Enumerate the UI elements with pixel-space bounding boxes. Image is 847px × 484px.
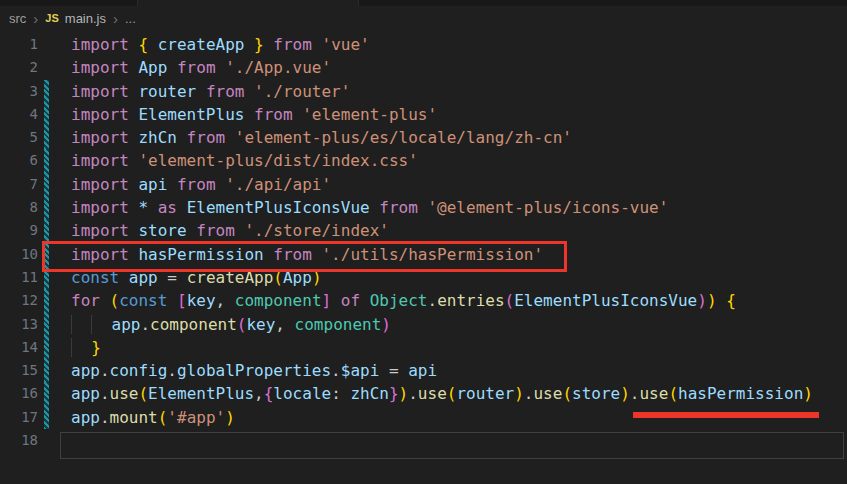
- gutter: [38, 359, 71, 382]
- code-text: import ElementPlus from 'element-plus': [71, 103, 437, 126]
- modified-lines-indicator[interactable]: [44, 382, 49, 405]
- gutter: [38, 406, 71, 429]
- gutter: [38, 243, 71, 266]
- code-text: import router from './router': [71, 80, 350, 103]
- code-area: 1import { createApp } from 'vue'2import …: [0, 33, 847, 452]
- code-line[interactable]: 6import 'element-plus/dist/index.css': [0, 149, 847, 172]
- code-text: for (const [key, component] of Object.en…: [71, 289, 736, 312]
- line-number[interactable]: 12: [0, 289, 38, 312]
- code-line[interactable]: 8import * as ElementPlusIconsVue from '@…: [0, 196, 847, 219]
- code-line[interactable]: 15app.config.globalProperties.$api = api: [0, 359, 847, 382]
- gutter: [38, 103, 71, 126]
- code-text: }: [71, 336, 101, 359]
- code-text: import hasPermission from './utils/hasPe…: [71, 243, 543, 266]
- code-line[interactable]: 2import App from './App.vue': [0, 56, 847, 79]
- gutter: [38, 196, 71, 219]
- line-number[interactable]: 1: [0, 33, 38, 56]
- modified-lines-indicator[interactable]: [44, 80, 49, 103]
- modified-lines-indicator[interactable]: [44, 406, 49, 429]
- chevron-right-icon: ›: [113, 11, 118, 26]
- code-editor[interactable]: 1import { createApp } from 'vue'2import …: [0, 30, 847, 452]
- code-line[interactable]: 3import router from './router': [0, 80, 847, 103]
- code-line[interactable]: 1import { createApp } from 'vue': [0, 33, 847, 56]
- line-number[interactable]: 4: [0, 103, 38, 126]
- code-line[interactable]: 11const app = createApp(App): [0, 266, 847, 289]
- line-number[interactable]: 3: [0, 80, 38, 103]
- line-number[interactable]: 13: [0, 313, 38, 336]
- line-number[interactable]: 16: [0, 382, 38, 405]
- modified-lines-indicator[interactable]: [44, 266, 49, 289]
- code-line[interactable]: 16app.use(ElementPlus,{locale: zhCn}).us…: [0, 382, 847, 405]
- breadcrumb: src › JS main.js › ...: [0, 6, 847, 30]
- gutter: [38, 126, 71, 149]
- gutter: [38, 149, 71, 172]
- modified-lines-indicator[interactable]: [44, 289, 49, 312]
- line-number[interactable]: 5: [0, 126, 38, 149]
- modified-lines-indicator[interactable]: [44, 336, 49, 359]
- modified-lines-indicator[interactable]: [44, 313, 49, 336]
- modified-lines-indicator[interactable]: [44, 173, 49, 196]
- code-line[interactable]: 7import api from './api/api': [0, 173, 847, 196]
- gutter: [38, 219, 71, 242]
- modified-lines-indicator[interactable]: [44, 196, 49, 219]
- code-line[interactable]: 13 app.component(key, component): [0, 313, 847, 336]
- modified-lines-indicator[interactable]: [44, 149, 49, 172]
- javascript-file-icon: JS: [45, 12, 58, 24]
- vscode-editor-window: src › JS main.js › ... 1import { createA…: [0, 0, 847, 484]
- code-text: app.use(ElementPlus,{locale: zhCn}).use(…: [71, 382, 813, 405]
- line-number[interactable]: 14: [0, 336, 38, 359]
- breadcrumb-item-symbol-ellipsis[interactable]: ...: [125, 11, 136, 26]
- code-text: app.component(key, component): [71, 313, 391, 336]
- gutter: [38, 33, 71, 56]
- gutter: [38, 429, 71, 452]
- code-text: import api from './api/api': [71, 173, 331, 196]
- gutter: [38, 289, 71, 312]
- code-line[interactable]: 18: [0, 429, 847, 452]
- code-text: import zhCn from 'element-plus/es/locale…: [71, 126, 572, 149]
- code-text: import store from './store/index': [71, 219, 389, 242]
- line-number[interactable]: 6: [0, 149, 38, 172]
- line-number[interactable]: 17: [0, 406, 38, 429]
- modified-lines-indicator[interactable]: [44, 359, 49, 382]
- gutter: [38, 173, 71, 196]
- line-number[interactable]: 9: [0, 219, 38, 242]
- code-text: app.mount('#app'): [71, 406, 235, 429]
- code-text: app.config.globalProperties.$api = api: [71, 359, 437, 382]
- gutter: [38, 336, 71, 359]
- line-number[interactable]: 11: [0, 266, 38, 289]
- code-line[interactable]: 12for (const [key, component] of Object.…: [0, 289, 847, 312]
- gutter: [38, 313, 71, 336]
- code-line[interactable]: 10import hasPermission from './utils/has…: [0, 243, 847, 266]
- gutter: [38, 56, 71, 79]
- modified-lines-indicator[interactable]: [44, 243, 49, 266]
- code-text: import App from './App.vue': [71, 56, 331, 79]
- gutter: [38, 266, 71, 289]
- line-number[interactable]: 7: [0, 173, 38, 196]
- code-line[interactable]: 5import zhCn from 'element-plus/es/local…: [0, 126, 847, 149]
- line-number[interactable]: 2: [0, 56, 38, 79]
- code-text: const app = createApp(App): [71, 266, 322, 289]
- code-text: import * as ElementPlusIconsVue from '@e…: [71, 196, 668, 219]
- line-number[interactable]: 10: [0, 243, 38, 266]
- line-number[interactable]: 18: [0, 429, 38, 452]
- line-number[interactable]: 8: [0, 196, 38, 219]
- code-line[interactable]: 14 }: [0, 336, 847, 359]
- breadcrumb-item-filename[interactable]: main.js: [65, 11, 106, 26]
- code-text: import 'element-plus/dist/index.css': [71, 149, 418, 172]
- gutter: [38, 80, 71, 103]
- code-line[interactable]: 4import ElementPlus from 'element-plus': [0, 103, 847, 126]
- gutter: [38, 382, 71, 405]
- code-text: import { createApp } from 'vue': [71, 33, 370, 56]
- modified-lines-indicator[interactable]: [44, 103, 49, 126]
- chevron-right-icon: ›: [33, 11, 38, 26]
- modified-lines-indicator[interactable]: [44, 219, 49, 242]
- modified-lines-indicator[interactable]: [44, 126, 49, 149]
- line-number[interactable]: 15: [0, 359, 38, 382]
- code-line[interactable]: 17app.mount('#app'): [0, 406, 847, 429]
- code-line[interactable]: 9import store from './store/index': [0, 219, 847, 242]
- breadcrumb-item-src[interactable]: src: [9, 11, 26, 26]
